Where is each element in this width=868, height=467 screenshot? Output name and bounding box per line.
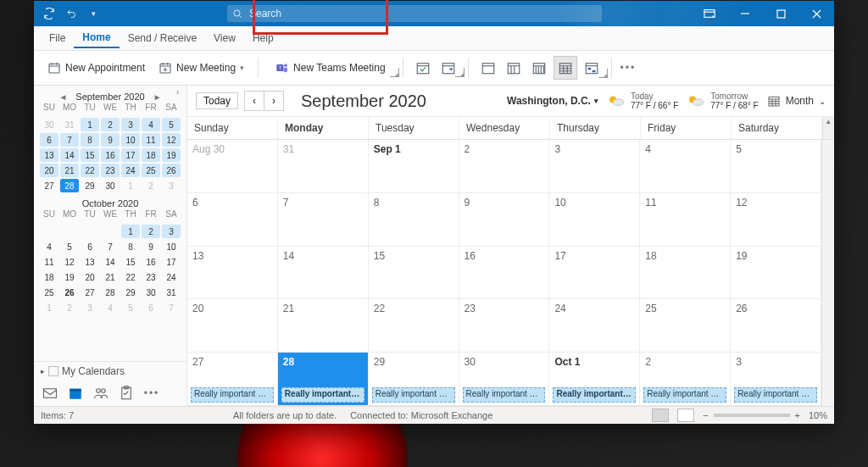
mini-day[interactable]: 6 (142, 301, 160, 314)
tasks-nav-icon[interactable] (119, 386, 134, 401)
mini-day[interactable]: 20 (40, 164, 58, 177)
today-button[interactable]: Today (196, 92, 238, 109)
minimize-button[interactable] (727, 1, 763, 26)
day-cell[interactable]: 2Really important m... (640, 353, 731, 406)
mini-day[interactable]: 1 (40, 301, 58, 314)
new-meeting-button[interactable]: New Meeting ▾ (153, 57, 249, 79)
mini-day[interactable]: 25 (40, 286, 58, 299)
day-cell[interactable]: Aug 30 (187, 140, 278, 193)
mini-day[interactable]: 30 (101, 179, 120, 192)
mini-day[interactable]: 16 (142, 255, 160, 269)
mini-day[interactable]: 8 (121, 240, 140, 253)
day-cell[interactable]: 26 (731, 299, 821, 353)
mini-day[interactable]: 29 (121, 286, 140, 299)
next-period-button[interactable]: › (264, 91, 284, 111)
checkbox-icon[interactable] (48, 366, 58, 376)
location-selector[interactable]: Washington, D.C.▾ (507, 95, 598, 107)
day-cell[interactable]: 6 (187, 193, 278, 247)
day-cell[interactable]: 3Really important m... (731, 353, 821, 406)
mini-day[interactable]: 2 (101, 118, 120, 131)
mini-day[interactable]: 18 (142, 148, 160, 162)
mini-day[interactable] (40, 225, 58, 238)
mini-day[interactable]: 4 (40, 240, 58, 253)
mini-day[interactable]: 7 (101, 240, 120, 253)
dialog-launcher-icon[interactable] (455, 68, 465, 77)
calendar-event[interactable]: Really important m... (463, 387, 546, 403)
sync-icon[interactable] (41, 5, 58, 22)
collapse-sidebar-icon[interactable]: ‹ (176, 87, 185, 97)
day-cell[interactable]: 22 (369, 299, 459, 353)
mini-day[interactable]: 26 (162, 164, 181, 177)
day-cell[interactable]: 2 (459, 140, 550, 193)
mini-day[interactable]: 5 (162, 118, 181, 131)
mini-day[interactable]: 28 (60, 179, 79, 192)
next-month-icon[interactable]: ► (150, 92, 165, 102)
zoom-in-icon[interactable]: + (795, 410, 800, 420)
day-cell[interactable]: Sep 1 (369, 140, 459, 193)
day-cell[interactable]: 12 (731, 193, 821, 247)
new-teams-meeting-button[interactable]: T New Teams Meeting (267, 57, 394, 79)
day-cell[interactable]: 13 (187, 247, 278, 300)
mini-day[interactable]: 25 (142, 164, 160, 177)
mini-calendar-september[interactable]: ◄ September 2020 ► SUMOTUWETHFRSA3031123… (36, 91, 185, 192)
mini-day[interactable]: 28 (101, 286, 120, 299)
menu-home[interactable]: Home (74, 28, 119, 48)
view-selector[interactable]: Month ⌄ (767, 94, 826, 108)
mini-day[interactable]: 21 (60, 164, 79, 177)
mini-day[interactable]: 15 (121, 255, 140, 269)
mini-day[interactable]: 17 (121, 148, 140, 162)
scroll-up-icon[interactable]: ▴ (822, 117, 834, 139)
day-cell[interactable]: 7 (278, 193, 369, 247)
calendar-event[interactable]: Really important m... (191, 387, 274, 403)
mini-day[interactable]: 5 (121, 301, 140, 314)
day-cell[interactable]: 3 (549, 140, 640, 193)
month-view-button[interactable] (554, 56, 577, 80)
mini-day[interactable] (101, 225, 120, 238)
day-cell[interactable]: 25 (640, 299, 731, 353)
workweek-view-button[interactable] (503, 57, 525, 79)
mini-day[interactable]: 13 (81, 255, 99, 269)
mini-day[interactable]: 3 (162, 179, 181, 192)
today-button[interactable] (412, 57, 434, 79)
mini-day[interactable]: 15 (81, 148, 99, 162)
day-cell[interactable]: Oct 1Really important m... (549, 353, 640, 406)
day-view-button[interactable] (477, 57, 499, 79)
mini-day[interactable]: 13 (40, 148, 58, 162)
mini-day[interactable] (81, 225, 99, 238)
mini-day[interactable]: 24 (121, 164, 140, 177)
week-view-button[interactable] (528, 57, 550, 79)
day-cell[interactable]: 11 (640, 193, 731, 247)
mini-day[interactable]: 1 (81, 118, 99, 131)
calendar-nav-icon[interactable] (68, 386, 83, 401)
mini-day[interactable]: 26 (60, 286, 79, 299)
day-cell[interactable]: 4 (640, 140, 731, 193)
mini-day[interactable]: 20 (81, 270, 99, 284)
mini-day[interactable]: 3 (162, 225, 181, 238)
mini-day[interactable]: 27 (40, 179, 58, 192)
mini-day[interactable]: 3 (81, 301, 99, 314)
mini-day[interactable]: 30 (40, 118, 58, 131)
mini-day[interactable]: 19 (162, 148, 181, 162)
mail-nav-icon[interactable] (42, 386, 58, 401)
my-calendars-tree[interactable]: ▸ My Calendars (34, 362, 186, 381)
day-cell[interactable]: 23 (459, 299, 550, 353)
menu-view[interactable]: View (205, 29, 244, 47)
zoom-slider[interactable]: − + (703, 410, 800, 420)
day-cell[interactable]: 19 (731, 247, 821, 300)
month-grid[interactable]: Aug 3031Sep 1234567891011121314151617181… (187, 140, 821, 406)
day-cell[interactable]: 16 (459, 247, 550, 300)
calendar-event[interactable]: Really important m... (643, 387, 726, 403)
nav-overflow-icon[interactable]: ••• (144, 386, 159, 401)
mini-day[interactable]: 6 (81, 240, 99, 253)
mini-day[interactable]: 10 (121, 133, 140, 147)
calendar-event[interactable]: Really important m... (553, 387, 636, 403)
mini-day[interactable]: 6 (40, 133, 58, 147)
calendar-event[interactable]: Really important m... (372, 387, 455, 403)
mini-day[interactable]: 24 (162, 270, 181, 284)
day-cell[interactable]: 15 (369, 247, 459, 300)
people-nav-icon[interactable] (93, 386, 108, 401)
mini-day[interactable]: 8 (81, 133, 99, 147)
mini-day[interactable]: 18 (40, 270, 58, 284)
mini-day[interactable]: 27 (81, 286, 99, 299)
weather-tomorrow[interactable]: Tomorrow77° F / 68° F (687, 92, 758, 110)
